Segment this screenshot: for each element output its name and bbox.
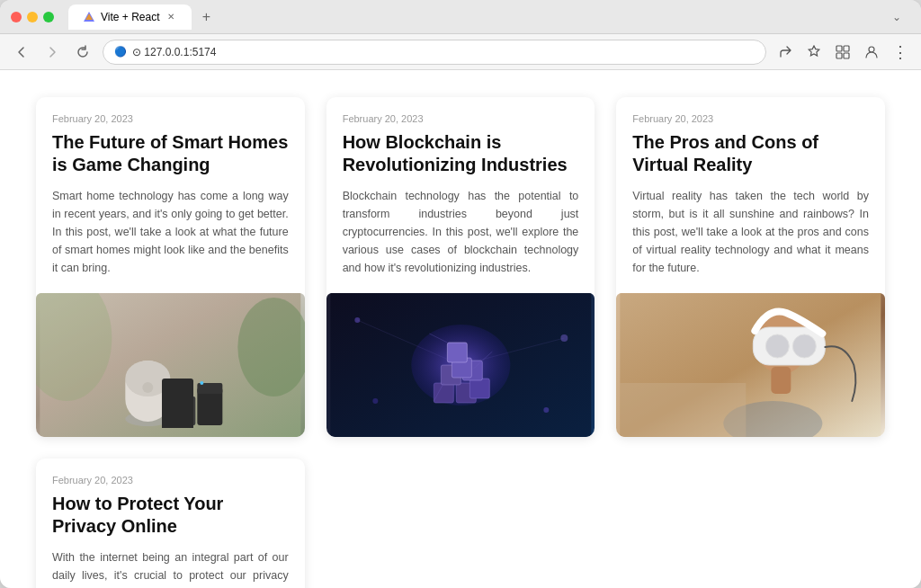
toolbar-actions: ⋮ — [775, 42, 910, 62]
card-image — [616, 293, 885, 437]
svg-point-14 — [200, 381, 203, 385]
svg-point-33 — [543, 407, 549, 413]
blog-card-blockchain[interactable]: February 20, 2023 How Blockchain is Revo… — [326, 97, 595, 437]
svg-rect-3 — [844, 46, 849, 51]
bookmark-button[interactable] — [804, 42, 824, 62]
card-title: How Blockchain is Revolutionizing Indust… — [343, 131, 579, 176]
more-options-button[interactable]: ⋮ — [890, 42, 910, 62]
url-text: ⊙ 127.0.0.1:5174 — [132, 46, 216, 58]
card-date: February 20, 2023 — [52, 475, 289, 486]
card-excerpt: Blockchain technology has the potential … — [343, 187, 579, 277]
card-date: February 20, 2023 — [343, 113, 579, 124]
blog-grid-bottom: February 20, 2023 How to Protect Your Pr… — [36, 459, 885, 588]
card-text-area: February 20, 2023 How to Protect Your Pr… — [36, 459, 305, 588]
security-lock-icon: 🔵 — [114, 46, 127, 58]
new-tab-button[interactable]: + — [195, 6, 217, 28]
blockchain-image — [326, 293, 595, 437]
svg-rect-38 — [772, 367, 791, 394]
share-button[interactable] — [775, 42, 795, 62]
blog-grid-top: February 20, 2023 The Future of Smart Ho… — [36, 97, 885, 437]
svg-rect-5 — [844, 53, 849, 58]
close-button[interactable] — [11, 12, 22, 22]
tab-close-button[interactable]: ✕ — [165, 11, 177, 23]
card-text-area: February 20, 2023 How Blockchain is Revo… — [326, 97, 595, 290]
smart-home-image — [36, 293, 305, 437]
svg-rect-20 — [434, 383, 453, 403]
card-excerpt: Virtual reality has taken the tech world… — [632, 187, 869, 277]
card-title: The Pros and Cons of Virtual Reality — [632, 131, 869, 176]
minimize-button[interactable] — [27, 12, 38, 22]
tab-label: Vite + React — [101, 11, 159, 23]
browser-window: Vite + React ✕ + ⌄ 🔵 ⊙ 127.0.0.1:5174 — [0, 0, 921, 588]
card-text-area: February 20, 2023 The Pros and Cons of V… — [616, 97, 885, 290]
svg-rect-43 — [621, 383, 747, 437]
svg-rect-2 — [836, 46, 842, 51]
back-button[interactable] — [11, 41, 32, 63]
card-text-area: February 20, 2023 The Future of Smart Ho… — [36, 97, 305, 290]
blog-card-privacy[interactable]: February 20, 2023 How to Protect Your Pr… — [36, 459, 305, 588]
traffic-lights — [11, 12, 54, 22]
tab-bar: Vite + React ✕ + — [68, 4, 885, 30]
svg-point-6 — [869, 47, 874, 52]
svg-rect-15 — [179, 396, 195, 425]
card-title: The Future of Smart Homes is Game Changi… — [52, 131, 289, 176]
page-content: February 20, 2023 The Future of Smart Ho… — [0, 70, 921, 588]
card-excerpt: With the internet being an integral part… — [52, 548, 289, 588]
active-tab[interactable]: Vite + React ✕ — [68, 4, 192, 30]
blog-card-vr[interactable]: February 20, 2023 The Pros and Cons of V… — [616, 97, 885, 437]
svg-rect-26 — [447, 343, 467, 362]
window-menu-button[interactable]: ⌄ — [892, 11, 910, 23]
card-excerpt: Smart home technology has come a long wa… — [52, 187, 289, 277]
svg-point-40 — [766, 334, 790, 358]
address-bar[interactable]: 🔵 ⊙ 127.0.0.1:5174 — [103, 40, 766, 65]
svg-point-41 — [793, 334, 817, 358]
svg-rect-4 — [836, 53, 842, 58]
browser-titlebar: Vite + React ✕ + ⌄ — [0, 0, 921, 34]
svg-rect-22 — [469, 379, 489, 398]
vr-image — [616, 293, 885, 437]
blog-card-smart-homes[interactable]: February 20, 2023 The Future of Smart Ho… — [36, 97, 305, 437]
card-title: How to Protect Your Privacy Online — [52, 493, 289, 538]
card-date: February 20, 2023 — [52, 113, 289, 124]
card-image — [326, 293, 595, 437]
forward-button[interactable] — [41, 41, 63, 63]
reload-button[interactable] — [72, 41, 94, 63]
view-toggle-button[interactable] — [833, 42, 853, 62]
card-date: February 20, 2023 — [632, 113, 869, 124]
svg-point-32 — [372, 398, 378, 404]
browser-toolbar: 🔵 ⊙ 127.0.0.1:5174 — [0, 34, 921, 70]
tab-favicon — [83, 11, 95, 23]
card-image — [36, 293, 305, 437]
maximize-button[interactable] — [43, 12, 54, 22]
svg-point-11 — [142, 382, 153, 393]
profile-button[interactable] — [862, 42, 881, 62]
